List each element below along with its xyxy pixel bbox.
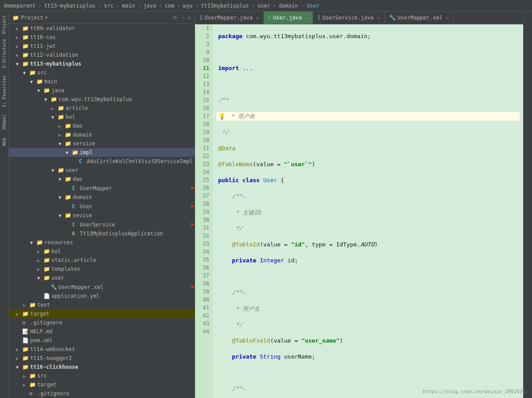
tree-label-tt09: tt09-validator (30, 25, 195, 31)
tree-label-java: java (51, 87, 195, 94)
chevron-down-icon[interactable]: ▼ (45, 15, 48, 20)
tab-userjava[interactable]: C User.java ✕ (264, 12, 313, 24)
class-icon-user: C (72, 203, 80, 210)
tree-item-pomxml[interactable]: ▶ 📄 pom.xml (9, 336, 195, 345)
tree-item-tt13app[interactable]: ▶ A Tt13MybatisplusApplication (9, 229, 195, 238)
tree-item-usermapper[interactable]: ▶ I UserMapper ➤ (9, 183, 195, 193)
tree-item-tt16-target[interactable]: ▶ 📁 target (9, 380, 195, 389)
tree-item-tt12[interactable]: ▶ 📁 tt12-validation (9, 51, 195, 59)
mapper-icon-usermapper: I (72, 185, 80, 191)
close-icon[interactable]: ✕ (188, 15, 191, 21)
tree-item-resources[interactable]: ▼ 📁 resources (9, 238, 195, 247)
folder-icon-resources: 📁 (36, 239, 44, 246)
tree-item-kol2[interactable]: ▶ 📁 kol (9, 247, 195, 256)
tree-item-gitignore[interactable]: ▶ ⚙ .gitignore (9, 318, 195, 327)
folder-icon-user-res: 📁 (43, 275, 51, 281)
folder-icon-user: 📁 (58, 167, 66, 173)
tree-label-user-res: user (51, 275, 195, 281)
tree-item-user-domain[interactable]: ▼ 📁 domain (9, 193, 195, 202)
tree-item-helpmd[interactable]: ▶ 📝 HELP.md (9, 327, 195, 336)
title-part-demoparent: demoparent (4, 3, 35, 9)
tree-item-appyaml[interactable]: ▶ 📄 application.yml (9, 292, 195, 300)
sidebar-label-web[interactable]: Web (1, 134, 8, 149)
tree-label-user-folder: user (66, 167, 195, 173)
tree-item-tt14[interactable]: ▶ 📁 tt14-websocket (9, 345, 195, 354)
tree-item-impl[interactable]: ▼ 📁 impl (9, 148, 195, 157)
tab-usermapperxml[interactable]: 🔧 UserMapper.xml ✕ (385, 12, 454, 24)
line-numbers: 1 2 3 9 10 11 12 13 14 15 16 17 18 19 20… (195, 24, 213, 398)
tree-item-tt13[interactable]: ▼ 📁 tt13-mybatisplus (9, 59, 195, 68)
tree-arrow-tt14: ▶ (16, 347, 22, 352)
tree-label-usermapper: UserMapper (80, 185, 188, 191)
project-panel-header: 📁 Project ▼ ⟳ ⋮ ✕ (9, 12, 195, 24)
tree-item-tt11[interactable]: ▶ 📁 tt11-jwt (9, 42, 195, 51)
code-line-23: * 用户名 (216, 305, 520, 313)
tab-label-usermapperjava: UserMapper.java (204, 15, 252, 21)
tree-arrow-main: ▼ (30, 79, 36, 84)
tree-item-src[interactable]: ▼ 📁 src (9, 68, 195, 77)
tree-item-test[interactable]: ▶ 📁 test (9, 300, 195, 309)
tree-item-usermapper-xml[interactable]: ▶ 🔧 UserMapper.xml ➤ (9, 282, 195, 292)
tree-item-tt10[interactable]: ▶ 📁 tt10-cas (9, 33, 195, 42)
tree-item-tt15[interactable]: ▶ 📁 tt15-swagger2 (9, 354, 195, 363)
tree-item-user-dao[interactable]: ▼ 📁 dao (9, 175, 195, 183)
tab-close-usermapperxml[interactable]: ✕ (446, 16, 449, 20)
tree-label-appyaml: application.yml (51, 293, 195, 299)
ln-41: 41 (199, 304, 209, 312)
settings-icon[interactable]: ⋮ (180, 15, 185, 21)
title-bar: demoparent › tt13-mybatisplus › src › ma… (0, 0, 532, 12)
tree-label-tt11: tt11-jwt (30, 43, 195, 49)
tree-item-tt16-git[interactable]: ▶ ⚙ .gitignore (9, 389, 195, 398)
tree-item-service[interactable]: ▼ 📁 service (9, 139, 195, 148)
tree-item-tt09[interactable]: ▶ 📁 tt09-validator (9, 24, 195, 33)
tree-item-user-class[interactable]: ▶ C User ➤ (9, 202, 195, 211)
tree-item-com[interactable]: ▼ 📁 com.wyu.tt13mybatisplus (9, 95, 195, 104)
tree-item-tt16-src[interactable]: ▶ 📁 src (9, 371, 195, 380)
tree-item-article[interactable]: ▶ 📁 article (9, 104, 195, 113)
tree-item-userservice[interactable]: ▶ I UserService ➤ (9, 220, 195, 229)
tree-item-main[interactable]: ▼ 📁 main (9, 77, 195, 86)
fold-icon-16[interactable]: ▸ (243, 194, 246, 199)
tree-label-user-dao: dao (73, 176, 195, 182)
folder-icon-dao: 📁 (65, 123, 73, 129)
code-line-16: /**▸ (216, 192, 520, 201)
code-line-15: public class User { (216, 176, 520, 184)
folder-icon-tt12: 📁 (22, 52, 30, 58)
tab-icon-userservicejava: I (317, 15, 321, 21)
tree-label-service: service (73, 140, 195, 147)
tree-item-java[interactable]: ▼ 📁 java (9, 86, 195, 95)
sync-icon[interactable]: ⟳ (173, 15, 177, 21)
tree-arrow-tt09: ▶ (16, 26, 22, 31)
watermark: https://blog.csdn.ne/weixin_39025302 (423, 389, 528, 394)
tab-close-usermapperjava[interactable]: ✕ (256, 16, 259, 20)
project-tree: ▶ 📁 tt09-validator ▶ 📁 tt10-cas ▶ 📁 tt11… (9, 24, 195, 398)
tree-item-templates[interactable]: ▶ 📁 templates (9, 265, 195, 273)
fold-icon-28[interactable]: ▸ (243, 386, 246, 391)
tab-usermapperjava[interactable]: I UserMapper.java ✕ (195, 12, 264, 24)
tree-item-sevice[interactable]: ▼ 📁 sevice (9, 211, 195, 220)
sidebar-label-rebel[interactable]: JRebel (1, 111, 8, 134)
code-editor[interactable]: 1 2 3 9 10 11 12 13 14 15 16 17 18 19 20… (195, 24, 523, 398)
tree-item-user-res[interactable]: ▼ 📁 user (9, 273, 195, 282)
sidebar-label-zstructure[interactable]: Z-Structure (1, 35, 8, 72)
tree-label-test: test (37, 302, 195, 308)
tab-close-userservicejava[interactable]: ✕ (377, 16, 380, 20)
tab-userservicejava[interactable]: I UserService.java ✕ (313, 12, 385, 24)
class-icon-userservice: I (72, 222, 80, 228)
title-part-main: main (122, 3, 135, 9)
tree-arrow-sevice: ▼ (59, 213, 65, 218)
tree-item-target[interactable]: ▶ 📁 target (9, 309, 195, 318)
tree-item-static[interactable]: ▶ 📁 static.article (9, 256, 195, 265)
tree-item-domain-kol[interactable]: ▶ 📁 domain (9, 130, 195, 139)
tree-item-kol[interactable]: ▼ 📁 kol (9, 113, 195, 121)
tree-arrow-kol2: ▶ (37, 249, 43, 254)
right-tool-strip (523, 12, 532, 398)
tree-item-user-folder[interactable]: ▼ 📁 user (9, 166, 195, 175)
tree-item-tt16[interactable]: ▼ 📁 tt16-clickhouse (9, 363, 195, 371)
tab-close-userjava[interactable]: ✕ (305, 16, 308, 20)
tree-item-dao[interactable]: ▶ 📁 dao (9, 121, 195, 130)
fold-icon-22[interactable]: ▸ (243, 290, 246, 295)
tree-item-adscircle[interactable]: ▶ C AdsCircleKolChnlVisitDServiceImpl (9, 157, 195, 166)
folder-icon-kol: 📁 (58, 114, 66, 120)
sidebar-label-favorites[interactable]: 2: Favorites (1, 72, 8, 111)
